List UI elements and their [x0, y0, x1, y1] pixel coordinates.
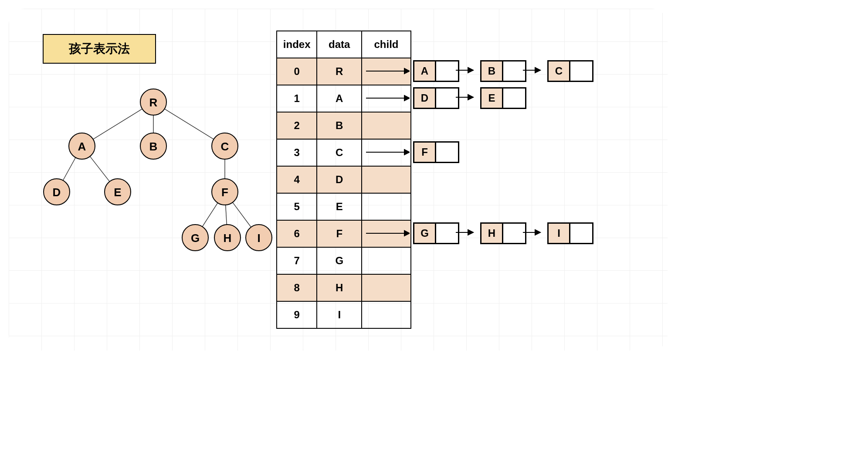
table-row: 2B [277, 112, 411, 139]
cell-data: C [317, 139, 362, 166]
cell-index: 2 [277, 112, 317, 139]
svg-marker-15 [468, 230, 473, 235]
ll-node: B [480, 60, 526, 82]
cell-data: D [317, 166, 362, 193]
table-row: 8H [277, 274, 411, 301]
cell-index: 1 [277, 85, 317, 112]
arrow-icon [523, 67, 544, 75]
cell-data: I [317, 301, 362, 328]
cell-child [362, 247, 411, 274]
tree-node-label-A: A [78, 140, 86, 153]
ll-node-next [503, 89, 525, 108]
arrow-icon [366, 94, 410, 102]
cell-data: F [317, 220, 362, 247]
cell-data: R [317, 58, 362, 85]
col-child-header: child [362, 31, 411, 58]
ll-node: I [547, 222, 593, 244]
cell-index: 9 [277, 301, 317, 328]
cell-child [362, 274, 411, 301]
cell-data: G [317, 247, 362, 274]
cell-child [362, 112, 411, 139]
cell-data: H [317, 274, 362, 301]
ll-node-data: D [414, 89, 436, 108]
tree-node-label-B: B [149, 140, 158, 153]
ll-node-data: A [414, 61, 436, 81]
tree-node-label-R: R [149, 96, 158, 109]
cell-index: 6 [277, 220, 317, 247]
ll-node: H [480, 222, 526, 244]
ll-node: G [413, 222, 459, 244]
cell-data: B [317, 112, 362, 139]
tree-node-label-D: D [53, 186, 61, 199]
arrow-icon [366, 229, 410, 238]
cell-index: 5 [277, 193, 317, 220]
svg-marker-13 [404, 231, 410, 236]
ll-node: C [547, 60, 593, 82]
arrow-icon [456, 67, 477, 75]
tree-node-label-E: E [114, 186, 121, 199]
table-row: 5E [277, 193, 411, 220]
tree-node-label-G: G [191, 232, 200, 245]
cell-child [362, 166, 411, 193]
ll-node: A [413, 60, 459, 82]
ll-node: E [480, 87, 526, 109]
svg-marker-7 [404, 95, 410, 101]
cell-index: 4 [277, 166, 317, 193]
ll-node-next [436, 224, 458, 243]
tree-edge [233, 202, 251, 227]
arrow-icon [456, 229, 477, 238]
cell-index: 8 [277, 274, 317, 301]
arrow-icon [366, 148, 410, 157]
svg-marker-11 [404, 150, 410, 155]
arrow-icon [523, 229, 544, 238]
child-chain: F [366, 139, 459, 166]
child-chain: DE [366, 85, 526, 112]
cell-index: 3 [277, 139, 317, 166]
ll-node-next [436, 61, 458, 81]
col-data-header: data [317, 31, 362, 58]
table-row: 4D [277, 166, 411, 193]
cell-data: E [317, 193, 362, 220]
ll-node-next [436, 143, 458, 162]
ll-node-next [503, 224, 525, 243]
cell-child [362, 193, 411, 220]
ll-node-data: F [414, 143, 436, 162]
ll-node: F [413, 141, 459, 163]
tree-node-label-F: F [221, 186, 228, 199]
tree-node-label-H: H [224, 232, 232, 245]
svg-marker-9 [468, 95, 473, 100]
ll-node: D [413, 87, 459, 109]
title-box: 孩子表示法 [43, 34, 156, 64]
col-index-header: index [277, 31, 317, 58]
ll-node-data: B [481, 61, 503, 81]
tree-edge [226, 205, 227, 225]
ll-node-data: G [414, 224, 436, 243]
svg-marker-5 [535, 68, 540, 73]
diagram-canvas: 孩子表示法 RABCDEFGHI index data child 0R1A2B… [9, 9, 668, 351]
ll-node-data: C [549, 61, 570, 81]
ll-node-data: I [549, 224, 570, 243]
ll-node-next [436, 89, 458, 108]
cell-index: 7 [277, 247, 317, 274]
ll-node-next [570, 61, 592, 81]
arrow-icon [366, 67, 410, 75]
ll-node-data: E [481, 89, 503, 108]
tree-edge [165, 109, 214, 140]
cell-child [362, 301, 411, 328]
tree-edge [90, 157, 109, 182]
svg-marker-1 [404, 68, 410, 74]
cell-data: A [317, 85, 362, 112]
ll-node-next [570, 224, 592, 243]
tree-diagram: RABCDEFGHI [31, 74, 275, 262]
tree-edge [63, 157, 76, 180]
tree-node-label-C: C [221, 140, 229, 153]
table-row: 9I [277, 301, 411, 328]
table-row: 7G [277, 247, 411, 274]
tree-edge [202, 203, 217, 227]
ll-node-next [503, 61, 525, 81]
arrow-icon [456, 94, 477, 102]
svg-marker-17 [535, 230, 540, 235]
tree-edge [93, 109, 142, 140]
tree-node-label-I: I [257, 232, 260, 245]
child-chain: GHI [366, 220, 593, 247]
